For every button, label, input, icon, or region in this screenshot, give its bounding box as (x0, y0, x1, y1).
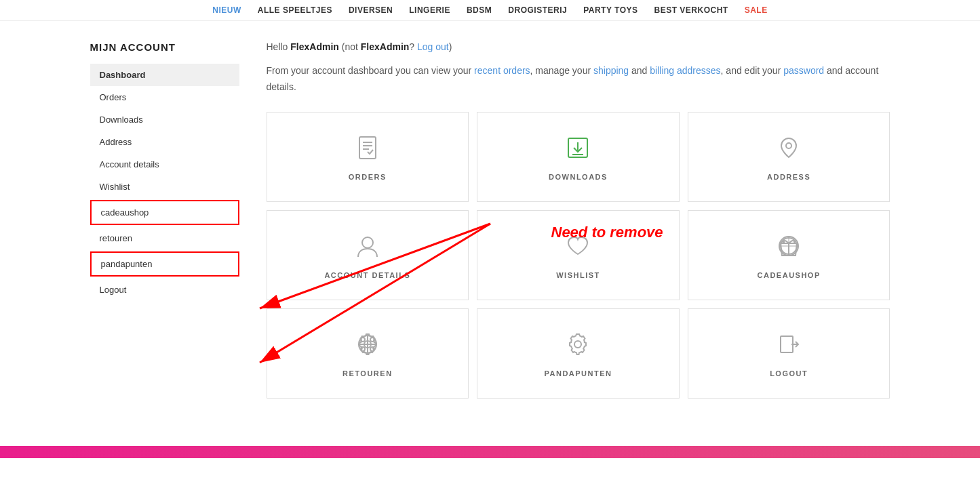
tile-address-label: ADDRESS (767, 173, 810, 181)
account-icon (353, 231, 383, 263)
tile-address[interactable]: ADDRESS (688, 112, 890, 202)
retouren-icon (353, 329, 383, 361)
tile-downloads-label: DOWNLOADS (549, 173, 608, 181)
nav-best-verkocht[interactable]: BEST VERKOCHT (654, 5, 728, 15)
tile-downloads[interactable]: DOWNLOADS (477, 112, 680, 202)
svg-point-11 (786, 143, 791, 148)
username: FlexAdmin (290, 41, 339, 52)
sidebar-item-address[interactable]: Address (90, 131, 239, 153)
tile-wishlist-label: WISHLIST (556, 271, 600, 279)
sidebar-item-dashboard[interactable]: Dashboard (90, 64, 239, 86)
tile-cadeaushop-label: CADEAUSHOP (758, 271, 821, 279)
tile-pandapunten-label: PANDAPUNTEN (544, 369, 612, 378)
tile-account-details[interactable]: ACCOUNT DETAILS (267, 210, 469, 300)
tile-logout-label: LOGOUT (770, 369, 808, 378)
shipping-link[interactable]: shipping (593, 65, 629, 76)
nav-drogisterij[interactable]: DROGISTERIJ (508, 5, 567, 15)
account-description: From your account dashboard you can view… (267, 63, 890, 96)
nav-lingerie[interactable]: LINGERIE (409, 5, 450, 15)
billing-link[interactable]: billing addresses (650, 65, 720, 76)
wishlist-icon (563, 231, 593, 263)
svg-rect-4 (359, 137, 376, 159)
sidebar-item-pandapunten[interactable]: pandapunten (90, 251, 239, 277)
recent-orders-link[interactable]: recent orders (474, 65, 530, 76)
address-icon (774, 133, 804, 165)
tile-wishlist[interactable]: WISHLIST (477, 210, 680, 300)
not-username: FlexAdmin (361, 41, 410, 52)
sidebar-item-wishlist[interactable]: Wishlist (90, 176, 239, 198)
nav-sale[interactable]: SALE (745, 5, 768, 15)
sidebar: MIJN ACCOUNT Dashboard Orders Downloads … (90, 41, 239, 399)
tile-orders[interactable]: ORDERS (267, 112, 469, 202)
account-content: Hello FlexAdmin (not FlexAdmin? Log out)… (267, 41, 890, 399)
sidebar-item-logout[interactable]: Logout (90, 279, 239, 301)
bottom-bar (0, 446, 980, 458)
tile-pandapunten[interactable]: PANDAPUNTEN (477, 308, 680, 399)
sidebar-title: MIJN ACCOUNT (90, 41, 239, 53)
tile-orders-label: ORDERS (349, 173, 387, 181)
svg-point-12 (362, 237, 373, 248)
logout-icon (774, 329, 804, 361)
svg-point-25 (574, 341, 581, 348)
sidebar-item-cadeaushop[interactable]: cadeaushop (90, 200, 239, 225)
pandapunten-icon (563, 329, 593, 361)
downloads-icon (563, 133, 593, 165)
top-nav: NIEUW ALLE SPEELTJES DIVERSEN LINGERIE B… (0, 0, 980, 21)
sidebar-item-retouren[interactable]: retouren (90, 227, 239, 249)
tile-cadeaushop[interactable]: CADEAUSHOP (688, 210, 890, 300)
svg-rect-26 (781, 336, 793, 352)
sidebar-item-account-details[interactable]: Account details (90, 153, 239, 176)
tile-retouren[interactable]: RETOUREN (267, 308, 469, 399)
logout-link[interactable]: Log out (417, 41, 449, 52)
sidebar-item-downloads[interactable]: Downloads (90, 108, 239, 131)
password-link[interactable]: password (783, 65, 824, 76)
nav-nieuw[interactable]: NIEUW (212, 5, 241, 15)
nav-alle-speeltjes[interactable]: ALLE SPEELTJES (258, 5, 332, 15)
tile-logout[interactable]: LOGOUT (688, 308, 890, 399)
orders-icon (353, 133, 383, 165)
tile-retouren-label: RETOUREN (342, 369, 393, 378)
cadeaushop-icon (774, 231, 804, 263)
greeting-text: Hello FlexAdmin (not FlexAdmin? Log out) (267, 41, 890, 52)
sidebar-item-orders[interactable]: Orders (90, 86, 239, 108)
nav-diversen[interactable]: DIVERSEN (349, 5, 393, 15)
nav-bdsm[interactable]: BDSM (467, 5, 492, 15)
nav-party-toys[interactable]: PARTY TOYS (583, 5, 638, 15)
dashboard-grid: ORDERS DOWNLOADS (267, 112, 890, 399)
tile-account-details-label: ACCOUNT DETAILS (324, 271, 410, 279)
